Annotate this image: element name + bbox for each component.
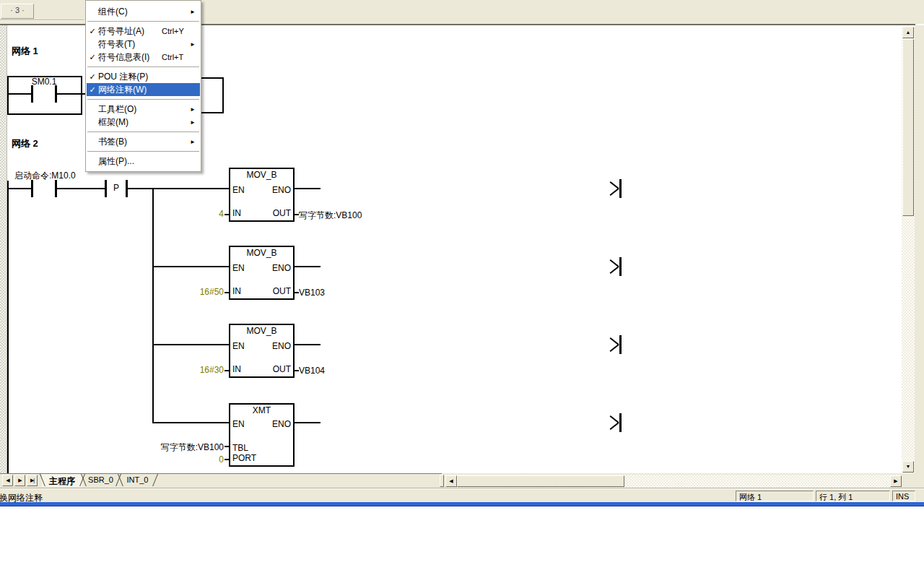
arrow-last-icon: ▶| xyxy=(30,478,34,483)
tbl-operand[interactable]: 写字节数:VB100 xyxy=(130,441,224,454)
branch-rail xyxy=(152,188,154,423)
menu-shortcut: Ctrl+T xyxy=(162,53,183,61)
open-wire-arrow-icon xyxy=(295,413,622,432)
menu-item-pou-comments[interactable]: ✓ POU 注释(P) xyxy=(87,70,200,83)
scroll-right-button[interactable]: ▶ xyxy=(890,475,902,487)
menu-item-label: 符号信息表(I) xyxy=(98,51,149,64)
menu-item-properties[interactable]: 属性(P)... xyxy=(87,155,200,168)
vertical-scroll-thumb[interactable] xyxy=(902,39,914,216)
menu-separator xyxy=(87,21,199,22)
menu-item-label: 工具栏(O) xyxy=(98,103,136,116)
contact-bar[interactable] xyxy=(31,180,33,197)
arrow-right-icon: ▶ xyxy=(18,478,21,483)
tab-scroll-last-button[interactable]: ▶| xyxy=(27,475,38,486)
wire xyxy=(9,93,31,95)
tab-scroll-prev-button[interactable]: ◀ xyxy=(2,475,13,486)
in-operand[interactable]: 4 xyxy=(130,209,224,219)
view-menu-popup: 组件(C) ► ✓ 符号寻址(A) Ctrl+Y 符号表(T) ► ✓ 符号信息… xyxy=(85,0,201,172)
contact-bar[interactable] xyxy=(31,85,33,103)
submenu-arrow-icon: ► xyxy=(190,139,196,145)
menu-separator xyxy=(87,131,199,132)
status-network-indicator: 网络 1 xyxy=(736,491,814,501)
status-cursor-position: 行 1, 列 1 xyxy=(816,491,890,501)
menu-item-label: 符号表(T) xyxy=(98,38,135,51)
edge-contact-p-label: P xyxy=(107,183,126,193)
menu-item-label: 符号寻址(A) xyxy=(98,25,144,38)
open-wire-arrow-icon xyxy=(295,179,622,198)
wire xyxy=(7,188,31,189)
menu-separator xyxy=(87,99,199,100)
menu-item-symbolic-addressing[interactable]: ✓ 符号寻址(A) Ctrl+Y xyxy=(87,25,200,38)
wire xyxy=(152,344,229,345)
status-message: 切换网络注释 xyxy=(0,492,217,502)
pin-eno: ENO xyxy=(272,419,291,429)
submenu-arrow-icon: ► xyxy=(190,119,196,126)
checkmark-icon: ✓ xyxy=(87,72,98,82)
pin-en: EN xyxy=(232,341,245,351)
out-operand[interactable]: 写字节数:VB100 xyxy=(299,210,362,222)
status-message-area: 切换网络注释 xyxy=(0,492,217,502)
menu-item-toolbars[interactable]: 工具栏(O) ► xyxy=(87,103,200,116)
checkmark-icon: ✓ xyxy=(87,27,98,36)
arrow-right-icon: ▶ xyxy=(894,478,897,483)
menu-item-label: 组件(C) xyxy=(98,6,128,18)
mov-b-block-2[interactable]: MOV_B EN ENO IN OUT xyxy=(229,246,295,300)
scroll-up-button[interactable]: ▲ xyxy=(902,27,914,38)
wire xyxy=(57,188,105,189)
wire xyxy=(152,422,229,423)
scroll-left-button[interactable]: ◀ xyxy=(445,475,457,487)
port-operand[interactable]: 0 xyxy=(130,454,224,465)
tab-main-program[interactable]: 主程序 xyxy=(40,475,84,488)
block-title: MOV_B xyxy=(230,170,293,180)
pin-out: OUT xyxy=(273,286,291,296)
pin-tick xyxy=(225,214,229,215)
menu-item-components[interactable]: 组件(C) ► xyxy=(87,5,200,18)
menu-item-symbol-info-table[interactable]: ✓ 符号信息表(I) Ctrl+T xyxy=(87,51,200,64)
submenu-arrow-icon: ► xyxy=(190,9,196,15)
app-window: · 3 · 网络 1 SM0.1 网络 2 启动命令:M10.0 P MOV_B… xyxy=(0,0,924,578)
pin-eno: ENO xyxy=(272,263,291,273)
tab-sbr0[interactable]: SBR_0 xyxy=(81,475,121,484)
submenu-arrow-icon: ► xyxy=(190,41,196,48)
pin-in: IN xyxy=(232,364,241,374)
status-accent-bar xyxy=(0,502,924,506)
tab-int0[interactable]: INT_0 xyxy=(118,475,157,484)
block-title: MOV_B xyxy=(230,326,293,336)
menu-separator xyxy=(87,66,199,67)
xmt-block[interactable]: XMT EN ENO TBL PORT xyxy=(229,403,295,467)
menu-item-label: 属性(P)... xyxy=(98,155,134,168)
checkmark-icon: ✓ xyxy=(87,53,98,62)
menu-item-frame[interactable]: 框架(M) ► xyxy=(87,116,200,129)
out-operand[interactable]: VB103 xyxy=(299,288,325,298)
toolbar-fragment[interactable]: · 3 · xyxy=(1,4,34,19)
tab-scrollbar-splitter[interactable] xyxy=(440,475,444,487)
pin-tbl: TBL xyxy=(232,443,248,453)
menu-item-network-comments[interactable]: ✓ 网络注释(W) xyxy=(87,83,200,96)
in-operand[interactable]: 16#30 xyxy=(130,365,224,375)
pin-en: EN xyxy=(232,185,245,195)
right-margin xyxy=(915,25,924,489)
menu-item-bookmarks[interactable]: 书签(B) ► xyxy=(87,135,200,148)
arrow-left-icon: ◀ xyxy=(6,478,9,483)
network1-label: 网络 1 xyxy=(12,45,38,58)
mov-b-block-1[interactable]: MOV_B EN ENO IN OUT xyxy=(229,168,295,222)
out-operand[interactable]: VB104 xyxy=(299,366,325,376)
mov-b-block-3[interactable]: MOV_B EN ENO IN OUT xyxy=(229,324,295,378)
toolbar-groove-highlight xyxy=(0,20,84,21)
arrow-up-icon: ▲ xyxy=(906,30,911,35)
status-insert-mode: INS xyxy=(892,491,915,501)
pin-out: OUT xyxy=(273,364,291,374)
pin-eno: ENO xyxy=(272,185,291,195)
pin-en: EN xyxy=(232,263,245,273)
menu-item-label: 书签(B) xyxy=(98,136,127,148)
tab-scroll-next-button[interactable]: ▶ xyxy=(14,475,25,486)
contact-sm01-label: SM0.1 xyxy=(19,77,69,87)
pin-tick xyxy=(225,370,229,371)
scroll-down-button[interactable]: ▼ xyxy=(902,461,914,473)
in-operand[interactable]: 16#50 xyxy=(130,287,224,297)
block-title: XMT xyxy=(230,405,293,415)
menu-item-symbol-table[interactable]: 符号表(T) ► xyxy=(87,38,200,51)
scrollbar-corner xyxy=(902,473,915,489)
horizontal-scroll-thumb[interactable] xyxy=(457,475,624,487)
submenu-arrow-icon: ► xyxy=(190,106,196,113)
